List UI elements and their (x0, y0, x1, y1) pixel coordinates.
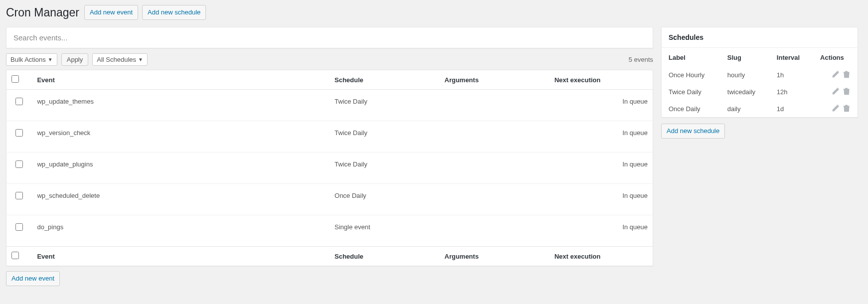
page-title: Cron Manager (6, 6, 79, 19)
bulk-actions-select[interactable]: Bulk Actions ▼ (6, 53, 57, 66)
cell-event: wp_version_check (32, 121, 330, 152)
table-row: do_pingsSingle eventIn queue (6, 215, 653, 247)
bulk-actions-label: Bulk Actions (10, 56, 46, 63)
sched-col-actions: Actions (813, 48, 858, 66)
schedules-table: Label Slug Interval Actions Once Hourlyh… (662, 48, 858, 117)
edit-icon[interactable] (831, 87, 840, 96)
add-new-event-button[interactable]: Add new event (84, 5, 138, 20)
schedule-row: Once Dailydaily1d (662, 100, 858, 117)
trash-icon[interactable] (842, 70, 851, 79)
col-header-schedule[interactable]: Schedule (330, 70, 439, 90)
table-row: wp_update_themesTwice DailyIn queue (6, 90, 653, 121)
trash-icon[interactable] (842, 104, 851, 113)
cell-arguments (440, 152, 549, 184)
cell-sched-slug: hourly (720, 66, 770, 83)
schedule-row: Once Hourlyhourly1h (662, 66, 858, 83)
col-footer-next[interactable]: Next execution (549, 247, 653, 266)
select-all-checkbox-footer[interactable] (11, 252, 19, 259)
cell-next: In queue (549, 121, 653, 152)
cell-arguments (440, 184, 549, 215)
sched-col-slug: Slug (720, 48, 770, 66)
col-footer-arguments[interactable]: Arguments (440, 247, 549, 266)
cell-sched-slug: twicedaily (720, 83, 770, 100)
schedule-row: Twice Dailytwicedaily12h (662, 83, 858, 100)
search-input[interactable] (6, 27, 653, 48)
chevron-down-icon: ▼ (48, 57, 53, 62)
row-checkbox[interactable] (15, 192, 23, 199)
row-checkbox[interactable] (15, 129, 23, 137)
row-checkbox[interactable] (15, 223, 23, 231)
schedules-panel: Schedules Label Slug Interval Actions On… (661, 27, 858, 118)
cell-sched-slug: daily (720, 100, 770, 117)
cell-schedule: Twice Daily (330, 90, 439, 121)
col-footer-schedule[interactable]: Schedule (330, 247, 439, 266)
cell-arguments (440, 215, 549, 247)
cell-sched-interval: 12h (770, 83, 813, 100)
events-table: Event Schedule Arguments Next execution … (6, 70, 653, 266)
row-checkbox[interactable] (15, 160, 23, 168)
cell-event: wp_update_themes (32, 90, 330, 121)
col-header-arguments[interactable]: Arguments (440, 70, 549, 90)
search-box (6, 27, 653, 48)
cell-schedule: Single event (330, 215, 439, 247)
add-new-schedule-button[interactable]: Add new schedule (142, 5, 206, 20)
events-count: 5 events (629, 56, 653, 63)
col-header-next[interactable]: Next execution (549, 70, 653, 90)
cell-sched-label: Twice Daily (662, 83, 720, 100)
all-schedules-label: All Schedules (97, 56, 136, 63)
cell-next: In queue (549, 90, 653, 121)
table-row: wp_scheduled_deleteOnce DailyIn queue (6, 184, 653, 215)
cell-schedule: Twice Daily (330, 152, 439, 184)
apply-button[interactable]: Apply (61, 53, 89, 66)
cell-next: In queue (549, 215, 653, 247)
add-new-event-button-footer[interactable]: Add new event (6, 271, 60, 286)
sched-col-label: Label (662, 48, 720, 66)
edit-icon[interactable] (831, 104, 840, 113)
cell-arguments (440, 121, 549, 152)
chevron-down-icon: ▼ (138, 57, 143, 62)
cell-sched-label: Once Hourly (662, 66, 720, 83)
cell-schedule: Once Daily (330, 184, 439, 215)
cell-next: In queue (549, 184, 653, 215)
select-all-checkbox[interactable] (11, 75, 19, 83)
edit-icon[interactable] (831, 70, 840, 79)
col-header-event[interactable]: Event (32, 70, 330, 90)
table-row: wp_update_pluginsTwice DailyIn queue (6, 152, 653, 184)
schedules-panel-title: Schedules (662, 27, 858, 48)
row-checkbox[interactable] (15, 98, 23, 105)
all-schedules-select[interactable]: All Schedules ▼ (92, 53, 148, 66)
cell-arguments (440, 90, 549, 121)
cell-sched-interval: 1h (770, 66, 813, 83)
add-new-schedule-button-side[interactable]: Add new schedule (661, 124, 725, 139)
cell-event: wp_update_plugins (32, 152, 330, 184)
table-row: wp_version_checkTwice DailyIn queue (6, 121, 653, 152)
sched-col-interval: Interval (770, 48, 813, 66)
cell-event: do_pings (32, 215, 330, 247)
cell-event: wp_scheduled_delete (32, 184, 330, 215)
cell-sched-interval: 1d (770, 100, 813, 117)
cell-schedule: Twice Daily (330, 121, 439, 152)
col-footer-event[interactable]: Event (32, 247, 330, 266)
cell-sched-label: Once Daily (662, 100, 720, 117)
trash-icon[interactable] (842, 87, 851, 96)
cell-next: In queue (549, 152, 653, 184)
